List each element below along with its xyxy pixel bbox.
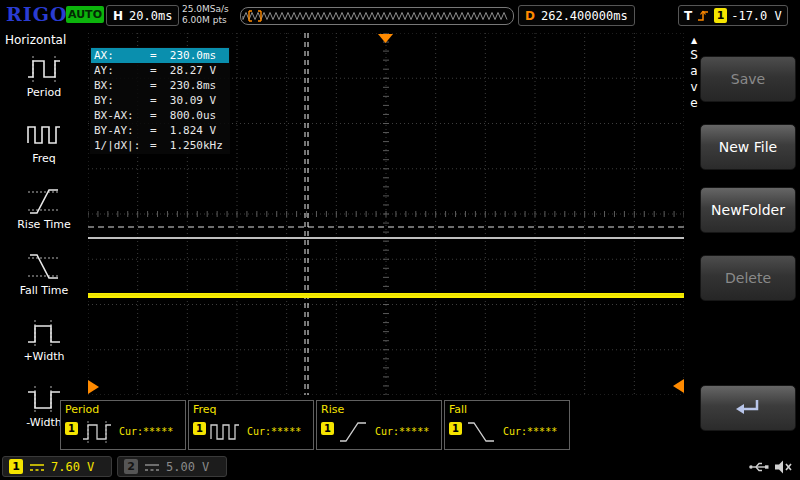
timebase-value: 20.0ms: [129, 9, 172, 23]
period-icon: [82, 420, 112, 444]
measurement-name: Rise: [321, 403, 344, 416]
measurement-name: Period: [65, 403, 99, 416]
cursor-row-bx-ax: BX-AX: = 800.0us: [91, 108, 229, 123]
minus-width-icon: [26, 384, 62, 414]
delay-marker-left[interactable]: [88, 380, 99, 394]
delay-label: D: [525, 9, 535, 23]
ch1-trace-texture: [88, 295, 684, 296]
channel-1-status[interactable]: 1 7.60 V: [2, 456, 112, 477]
trigger-box: T 1 -17.0 V: [678, 5, 788, 26]
menu-title: Save: [687, 48, 701, 112]
channel-badge: 1: [65, 422, 78, 435]
enter-back-button[interactable]: [700, 385, 796, 431]
speaker-muted-icon: [774, 459, 794, 475]
channel-2-status[interactable]: 2 5.00 V: [117, 456, 227, 477]
cursor-row-label: BY:: [94, 93, 150, 108]
return-arrow-icon: [732, 396, 764, 420]
cursor-row-value: = 1.824 V: [150, 123, 216, 138]
sidebar-item-label: Freq: [32, 152, 56, 165]
sidebar-item-pos-width[interactable]: +Width: [0, 314, 88, 380]
measurement-name: Fall: [449, 403, 467, 416]
delay-box: D 262.400000ms: [518, 5, 635, 26]
run-mode-badge: AUTO: [66, 6, 104, 23]
cursor-row-value: = 28.27 V: [150, 63, 216, 78]
trigger-level-value: -17.0 V: [731, 9, 782, 23]
menu-page-up-icon: ▲: [691, 36, 697, 46]
cursor-row-label: BX-AX:: [94, 108, 150, 123]
cursor-readout-panel: AX: = 230.0ms AY: = 28.27 V BX: = 230.8m…: [90, 47, 230, 154]
delay-value: 262.400000ms: [541, 9, 628, 23]
cursor-row-by-ay: BY-AY: = 1.824 V: [91, 123, 229, 138]
sidebar-item-label: Fall Time: [20, 284, 69, 297]
channel-badge: 1: [449, 422, 462, 435]
cursor-row-ax: AX: = 230.0ms: [91, 48, 229, 63]
sidebar-item-label: -Width: [26, 416, 61, 429]
channel-badge: 1: [321, 422, 334, 435]
measurement-panel-freq[interactable]: Freq 1 Cur:***** Avg:***** Max:***** Min…: [188, 400, 314, 450]
rise-time-icon: [26, 186, 62, 216]
cursor-row-ay: AY: = 28.27 V: [91, 63, 229, 78]
trigger-position-marker[interactable]: [378, 34, 393, 43]
stat-cur: Cur:*****: [503, 426, 557, 438]
cursor-row-label: AY:: [94, 63, 150, 78]
acquisition-info: 25.0MSa/s 6.00M pts: [182, 4, 229, 26]
trigger-level-marker-right[interactable]: [673, 379, 684, 393]
period-icon: [26, 54, 62, 84]
fall-time-icon: [26, 252, 62, 282]
sidebar-item-period[interactable]: Period: [0, 50, 88, 116]
cursor-row-bx: BX: = 230.8ms: [91, 78, 229, 93]
sidebar-item-label: Period: [27, 86, 61, 99]
cursor-row-value: = 800.0us: [150, 108, 216, 123]
memory-depth: 6.00M pts: [182, 15, 229, 26]
memory-waveform-icon: [241, 9, 511, 23]
freq-icon: [26, 120, 62, 150]
cursor-row-inv-dx: 1/|dX|: = 1.250kHz: [91, 138, 229, 153]
plus-width-icon: [26, 318, 62, 348]
cursor-row-by: BY: = 30.09 V: [91, 93, 229, 108]
channel-1-badge: 1: [9, 459, 23, 474]
save-soft-menu: ▲ Save Save New File NewFolder Delete: [684, 30, 800, 480]
stat-cur: Cur:*****: [247, 426, 301, 438]
top-status-bar: RIGOL AUTO H 20.0ms 25.0MSa/s 6.00M pts …: [0, 0, 800, 30]
sidebar-item-freq[interactable]: Freq: [0, 116, 88, 182]
cursor-row-label: AX:: [94, 48, 150, 63]
measurement-panel-period[interactable]: Period 1 Cur:***** Avg:***** Max:***** M…: [60, 400, 186, 450]
save-button[interactable]: Save: [700, 56, 796, 102]
sample-rate: 25.0MSa/s: [182, 4, 229, 15]
trigger-source-badge: 1: [714, 8, 727, 23]
dc-coupling-icon: [144, 462, 160, 472]
measurement-row: Period 1 Cur:***** Avg:***** Max:***** M…: [60, 400, 570, 450]
cursor-row-label: 1/|dX|:: [94, 138, 150, 153]
freq-icon: [210, 420, 240, 444]
cursor-row-value: = 1.250kHz: [150, 138, 223, 153]
sidebar-item-rise-time[interactable]: Rise Time: [0, 182, 88, 248]
measurement-name: Freq: [193, 403, 217, 416]
fall-icon: [466, 420, 496, 444]
sidebar-item-fall-time[interactable]: Fall Time: [0, 248, 88, 314]
trigger-label: T: [684, 9, 692, 23]
channel-status-bar: 1 7.60 V 2 5.00 V: [0, 455, 800, 480]
cursor-row-label: BX:: [94, 78, 150, 93]
oscilloscope-screen: RIGOL AUTO H 20.0ms 25.0MSa/s 6.00M pts …: [0, 0, 800, 480]
usb-icon: [748, 459, 770, 475]
stat-cur: Cur:*****: [119, 426, 173, 438]
sidebar-item-label: Rise Time: [17, 218, 71, 231]
measurement-panel-fall[interactable]: Fall 1 Cur:***** Avg:***** Max:***** Min…: [444, 400, 570, 450]
waveform-position-bar[interactable]: [240, 7, 514, 25]
rise-icon: [338, 420, 368, 444]
sidebar-item-label: +Width: [23, 350, 64, 363]
horizontal-timebase-box: H 20.0ms: [106, 5, 179, 26]
sidebar-title: Horizontal: [0, 30, 88, 50]
cursor-row-value: = 230.0ms: [150, 48, 216, 63]
cursor-row-value: = 230.8ms: [150, 78, 216, 93]
measurement-panel-rise[interactable]: Rise 1 Cur:***** Avg:***** Max:***** Min…: [316, 400, 442, 450]
cursor-row-label: BY-AY:: [94, 123, 150, 138]
channel-2-scale: 5.00 V: [166, 460, 209, 474]
channel-2-badge: 2: [124, 459, 138, 474]
waveform-display: AX: = 230.0ms AY: = 28.27 V BX: = 230.8m…: [88, 33, 684, 395]
rising-edge-slope-icon: [696, 8, 710, 23]
new-folder-button[interactable]: NewFolder: [700, 187, 796, 233]
stat-cur: Cur:*****: [375, 426, 429, 438]
new-file-button[interactable]: New File: [700, 124, 796, 170]
delete-button[interactable]: Delete: [700, 255, 796, 301]
